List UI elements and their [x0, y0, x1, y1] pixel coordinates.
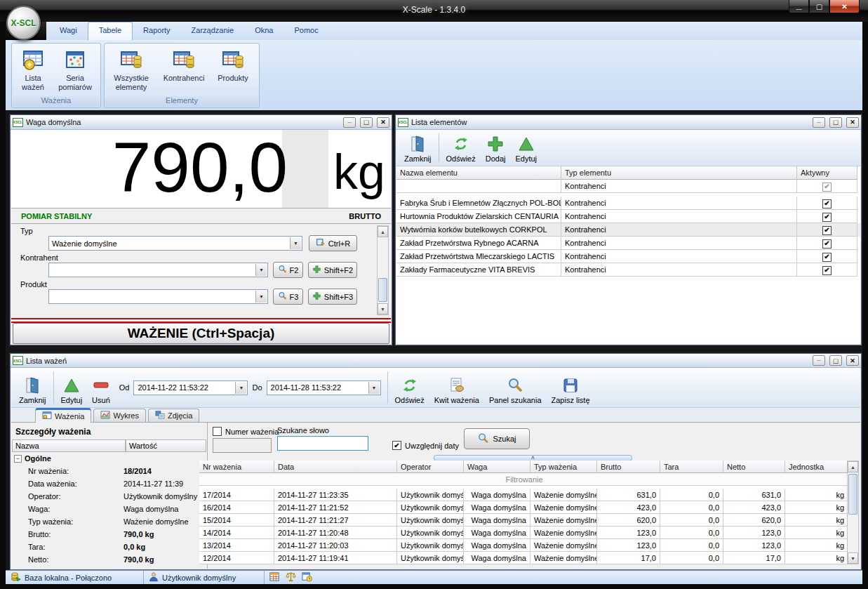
column-header[interactable]: Nazwa elementu [396, 166, 561, 180]
ribbon-tab-zarzadzanie[interactable]: Zarządzanie [181, 22, 245, 40]
cell[interactable]: 423,0 [597, 501, 660, 514]
date-from-picker[interactable]: 2014-11-22 11:53:22 [133, 380, 248, 395]
column-header[interactable]: Aktywny [797, 166, 857, 180]
cell[interactable]: 2014-11-27 11:21:52 [274, 501, 397, 514]
cell-type[interactable]: Kontrahenci [561, 250, 797, 263]
column-header[interactable]: Data [274, 461, 397, 473]
ribbon-tab-raporty[interactable]: Raporty [133, 22, 181, 40]
cell-active[interactable] [797, 263, 857, 277]
column-header[interactable]: Jednostka [785, 461, 848, 473]
column-header[interactable]: Nr ważenia [199, 461, 274, 473]
filter-band[interactable]: Filtrowanie [199, 473, 849, 486]
find-produkt-button[interactable]: F3 [273, 289, 303, 305]
cell-name[interactable]: Zakład Przetwórstwa Rybnego ACARNA [396, 237, 561, 250]
column-header[interactable]: Nazwa [12, 439, 126, 452]
cell[interactable]: Waga domyślna [464, 552, 530, 564]
weigh-button[interactable]: WAŻENIE (Ctrl+Spacja) [13, 323, 389, 344]
date-to-picker[interactable]: 2014-11-28 11:53:22 [267, 380, 381, 395]
cell-name[interactable]: Zakłady Farmaceutyczne VITA BREVIS [396, 263, 561, 277]
cell[interactable]: 17/2014 [199, 489, 274, 501]
cell[interactable]: kg [785, 501, 848, 514]
cell[interactable]: 2014-11-27 11:20:03 [274, 539, 397, 552]
details-row[interactable]: Data ważenia:2014-11-27 11:39 [11, 477, 207, 490]
cell[interactable]: 12/2014 [199, 552, 274, 564]
filter-cell[interactable]: Kontrahenci [561, 180, 797, 193]
tab-zdjecia[interactable]: Zdjęcia [148, 409, 199, 422]
cell-name[interactable]: Zakład Przetwórtstwa Mleczarskiego LACTI… [396, 250, 561, 263]
cell-type[interactable]: Kontrahenci [561, 210, 797, 223]
ribbon-tab-tabele[interactable]: Tabele [88, 22, 133, 40]
minimize-button[interactable] [813, 355, 825, 366]
checkbox-icon[interactable] [822, 266, 832, 275]
cell[interactable]: Użytkownik domyśl [397, 552, 464, 564]
cell[interactable]: 423,0 [723, 501, 785, 514]
chevron-down-icon[interactable] [255, 264, 267, 276]
cell[interactable]: 0,0 [660, 552, 723, 564]
cell[interactable]: 17,0 [597, 552, 660, 564]
cell[interactable]: 620,0 [723, 514, 785, 527]
checkbox-icon[interactable] [822, 253, 832, 262]
cell[interactable]: kg [785, 527, 848, 539]
checkbox-icon[interactable] [822, 239, 832, 249]
maximize-button[interactable] [829, 355, 842, 366]
search-button[interactable]: Szukaj [464, 428, 530, 449]
cell[interactable]: 0,0 [660, 539, 723, 552]
include-dates-filter[interactable]: Uwzględnij daty [392, 441, 459, 450]
cell-name[interactable]: Fabryka Śrub i Elemnetów Złącznych POL-B… [396, 197, 561, 210]
cell[interactable]: kg [785, 489, 848, 501]
cell[interactable]: 0,0 [660, 514, 723, 527]
search-panel-button[interactable]: Panel szukania [484, 369, 547, 406]
typ-combobox[interactable]: Ważenie domyślne [48, 236, 302, 251]
scrollbar-thumb[interactable] [848, 474, 857, 515]
cell[interactable]: 631,0 [723, 489, 785, 501]
filter-row[interactable]: Kontrahenci [396, 180, 860, 193]
close-list-button[interactable]: Zamknij [14, 369, 51, 406]
cell-type[interactable]: Kontrahenci [561, 263, 797, 277]
maximize-button[interactable] [360, 117, 373, 128]
column-header[interactable]: Tara [660, 461, 723, 473]
cell[interactable]: Użytkownik domyśl [397, 501, 464, 514]
refresh-button[interactable]: Odśwież [390, 369, 429, 406]
scale-icon[interactable] [286, 571, 296, 583]
kontrahent-combobox[interactable] [48, 263, 268, 277]
cell[interactable]: 123,0 [597, 539, 660, 552]
column-header[interactable]: Operator [397, 461, 464, 473]
table-scrollbar[interactable] [847, 461, 859, 564]
scroll-up-icon[interactable] [848, 461, 858, 472]
table-icon[interactable] [269, 571, 280, 583]
cell[interactable]: 2014-11-27 11:20:48 [274, 527, 397, 539]
details-row[interactable]: Brutto:790,0 kg [11, 528, 207, 541]
maximize-button[interactable] [829, 117, 842, 128]
edit-button[interactable]: Edytuj [510, 131, 542, 164]
ribbon-button-produkty[interactable]: Produkty [211, 46, 255, 92]
delete-button[interactable]: Usuń [87, 369, 115, 406]
cell[interactable]: 631,0 [597, 489, 660, 501]
checkbox-icon[interactable] [822, 213, 832, 222]
minimize-button[interactable] [343, 117, 356, 128]
close-button[interactable] [829, 0, 860, 13]
table-row[interactable]: Hurtownia Produktów Zielarskich CENTAURI… [396, 210, 860, 223]
collapse-icon[interactable] [14, 455, 22, 463]
produkt-combobox[interactable] [48, 289, 268, 304]
cell[interactable]: Użytkownik domyśl [397, 489, 464, 501]
cell-name[interactable]: Hurtownia Produktów Zielarskich CENTAURI… [396, 210, 561, 223]
form-scrollbar[interactable] [377, 225, 389, 315]
change-type-button[interactable]: Ctrl+R [309, 235, 357, 251]
cell-active[interactable] [797, 210, 857, 223]
add-kontrahent-button[interactable]: Shift+F2 [308, 262, 357, 278]
column-header[interactable]: Typ ważenia [530, 461, 597, 473]
details-row[interactable]: Netto:790,0 kg [11, 553, 207, 566]
refresh-button[interactable]: Odśwież [441, 131, 481, 164]
cell[interactable]: 2014-11-27 11:21:27 [274, 514, 397, 527]
cell[interactable]: Waga domyślna [464, 539, 530, 552]
app-logo[interactable]: X-SCL [6, 6, 41, 40]
cell[interactable]: 620,0 [597, 514, 660, 527]
find-kontrahent-button[interactable]: F2 [273, 262, 303, 278]
cell-active[interactable] [797, 223, 857, 237]
cell[interactable]: 0,0 [660, 489, 723, 501]
column-header[interactable]: Wartość [126, 439, 206, 452]
cell[interactable]: 2014-11-27 11:19:41 [274, 552, 397, 564]
details-row[interactable]: Waga:Waga domyślna [11, 503, 207, 515]
filter-cell[interactable] [797, 180, 857, 193]
table-row[interactable]: 15/2014 2014-11-27 11:21:27 Użytkownik d… [199, 514, 849, 527]
